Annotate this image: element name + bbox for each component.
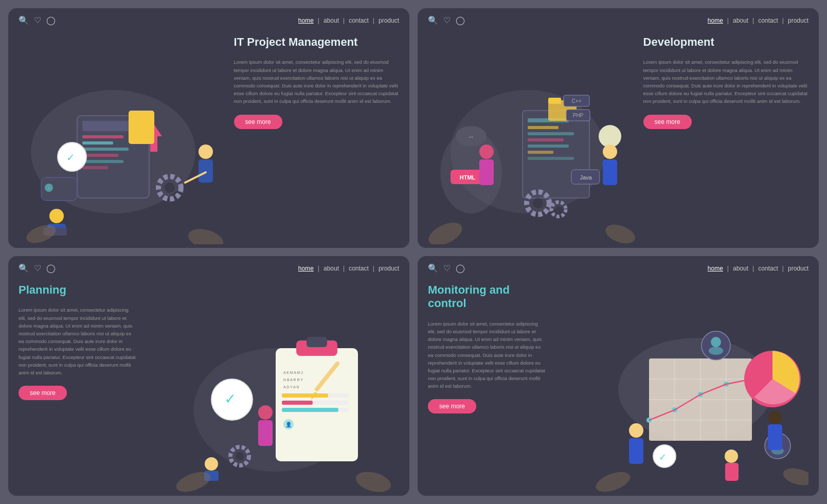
svg-point-18 bbox=[165, 183, 175, 193]
see-more-button-4[interactable]: see more bbox=[428, 399, 476, 413]
card-planning: 🔍 ♡ ◯ home | about | contact | product P… bbox=[8, 256, 409, 496]
svg-rect-11 bbox=[129, 111, 154, 144]
nav-home-3[interactable]: home bbox=[298, 265, 314, 272]
nav-contact-3[interactable]: contact bbox=[349, 265, 369, 272]
card-content-2: HTML C++ PHP Java bbox=[418, 25, 819, 244]
nav-contact-4[interactable]: contact bbox=[758, 265, 778, 272]
svg-rect-4 bbox=[82, 141, 113, 145]
svg-point-22 bbox=[199, 145, 213, 159]
nav-home-2[interactable]: home bbox=[708, 17, 723, 24]
card-title-1: IT Project Management bbox=[234, 35, 399, 49]
svg-point-116 bbox=[594, 468, 633, 492]
svg-rect-7 bbox=[82, 160, 123, 163]
nav-icons-4: 🔍 ♡ ◯ bbox=[428, 263, 465, 273]
nav-product-2[interactable]: product bbox=[788, 17, 808, 24]
svg-point-19 bbox=[49, 209, 64, 223]
svg-point-84 bbox=[205, 457, 218, 471]
svg-point-104 bbox=[709, 347, 723, 355]
card-body-3: Lorem ipsum dolor sit amet, consectetur … bbox=[19, 306, 137, 376]
see-more-button-3[interactable]: see more bbox=[19, 386, 67, 400]
nav-icons-2: 🔍 ♡ ◯ bbox=[428, 15, 465, 25]
nav-bar-2: 🔍 ♡ ◯ home | about | contact | product bbox=[418, 8, 819, 25]
nav-bar-1: 🔍 ♡ ◯ home | about | contact | product bbox=[8, 8, 409, 25]
see-more-button-2[interactable]: see more bbox=[643, 115, 692, 129]
card-title-3: Planning bbox=[19, 283, 137, 297]
svg-point-26 bbox=[186, 226, 226, 244]
svg-point-83 bbox=[236, 452, 244, 460]
svg-rect-29 bbox=[523, 111, 589, 198]
card-body-2: Lorem ipsum dolor sit amet, consectetur … bbox=[643, 58, 808, 105]
svg-point-110 bbox=[629, 423, 643, 438]
nav-home-1[interactable]: home bbox=[298, 17, 314, 24]
nav-links-2: home | about | contact | product bbox=[708, 17, 808, 24]
nav-contact-2[interactable]: contact bbox=[758, 17, 778, 24]
nav-home-4[interactable]: home bbox=[708, 265, 723, 272]
svg-point-112 bbox=[725, 449, 738, 463]
svg-point-80 bbox=[258, 405, 273, 420]
svg-point-53 bbox=[479, 145, 494, 159]
user-icon-3[interactable]: ◯ bbox=[46, 263, 56, 273]
user-icon[interactable]: ◯ bbox=[46, 15, 56, 25]
see-more-button-1[interactable]: see more bbox=[234, 115, 282, 129]
svg-rect-38 bbox=[548, 98, 561, 104]
svg-rect-33 bbox=[528, 138, 564, 141]
user-icon-4[interactable]: ◯ bbox=[456, 263, 465, 273]
svg-text:N B A R R Y: N B A R R Y bbox=[283, 378, 303, 382]
svg-point-51 bbox=[599, 125, 621, 148]
nav-about-3[interactable]: about bbox=[323, 265, 339, 272]
search-icon-4[interactable]: 🔍 bbox=[428, 263, 438, 273]
heart-icon-4[interactable]: ♡ bbox=[443, 263, 451, 273]
svg-point-55 bbox=[603, 145, 617, 159]
svg-point-103 bbox=[711, 337, 721, 347]
card-text-3: Planning Lorem ipsum dolor sit amet, con… bbox=[8, 273, 142, 492]
nav-about-4[interactable]: about bbox=[733, 265, 748, 272]
nav-bar-4: 🔍 ♡ ◯ home | about | contact | product bbox=[418, 256, 819, 273]
svg-text:✓: ✓ bbox=[224, 391, 236, 407]
svg-text:A D Y   A N: A D Y A N bbox=[283, 385, 299, 389]
search-icon-2[interactable]: 🔍 bbox=[428, 15, 438, 25]
svg-rect-115 bbox=[768, 424, 782, 450]
svg-text:HTML: HTML bbox=[460, 174, 476, 181]
illustration-svg-3: A E M A M J N B A R R Y A D Y A N 👤 ✓ bbox=[152, 317, 399, 492]
svg-point-57 bbox=[425, 218, 466, 244]
card-title-2: Development bbox=[643, 35, 808, 49]
search-icon-3[interactable]: 🔍 bbox=[19, 263, 29, 273]
illustration-1: ✓ · bbox=[8, 25, 229, 244]
heart-icon-2[interactable]: ♡ bbox=[443, 15, 451, 25]
svg-rect-69 bbox=[282, 393, 328, 398]
svg-point-87 bbox=[354, 469, 393, 492]
svg-text:✓: ✓ bbox=[66, 152, 75, 163]
svg-rect-8 bbox=[82, 166, 108, 169]
svg-rect-54 bbox=[479, 159, 494, 185]
heart-icon[interactable]: ♡ bbox=[34, 15, 41, 25]
card-text-1: IT Project Management Lorem ipsum dolor … bbox=[229, 25, 409, 244]
nav-product-4[interactable]: product bbox=[788, 265, 808, 272]
svg-rect-113 bbox=[725, 463, 739, 481]
nav-contact-1[interactable]: contact bbox=[349, 17, 369, 24]
nav-icons-1: 🔍 ♡ ◯ bbox=[19, 15, 56, 25]
illustration-svg-1: ✓ · bbox=[10, 69, 226, 244]
nav-product-1[interactable]: product bbox=[379, 17, 399, 24]
card-text-4: Monitoring and control Lorem ipsum dolor… bbox=[418, 273, 551, 492]
heart-icon-3[interactable]: ♡ bbox=[34, 263, 41, 273]
svg-point-114 bbox=[768, 411, 782, 424]
svg-rect-73 bbox=[282, 408, 338, 412]
nav-links-3: home | about | contact | product bbox=[298, 265, 399, 272]
svg-rect-23 bbox=[199, 159, 213, 183]
search-icon[interactable]: 🔍 bbox=[19, 15, 29, 25]
card-it-project-management: 🔍 ♡ ◯ home | about | contact | product bbox=[8, 8, 409, 248]
svg-rect-32 bbox=[528, 132, 574, 135]
svg-rect-31 bbox=[528, 126, 559, 129]
nav-product-3[interactable]: product bbox=[379, 265, 399, 272]
nav-about-2[interactable]: about bbox=[733, 17, 748, 24]
svg-text:C++: C++ bbox=[572, 98, 582, 104]
card-content-3: Planning Lorem ipsum dolor sit amet, con… bbox=[8, 273, 409, 492]
svg-rect-81 bbox=[258, 420, 273, 446]
user-icon-2[interactable]: ◯ bbox=[456, 15, 465, 25]
card-content-1: ✓ · IT bbox=[8, 25, 409, 244]
svg-rect-111 bbox=[629, 438, 643, 464]
svg-point-50 bbox=[555, 206, 562, 212]
svg-rect-36 bbox=[528, 157, 574, 160]
nav-about-1[interactable]: about bbox=[323, 17, 339, 24]
card-content-4: Monitoring and control Lorem ipsum dolor… bbox=[418, 273, 819, 492]
